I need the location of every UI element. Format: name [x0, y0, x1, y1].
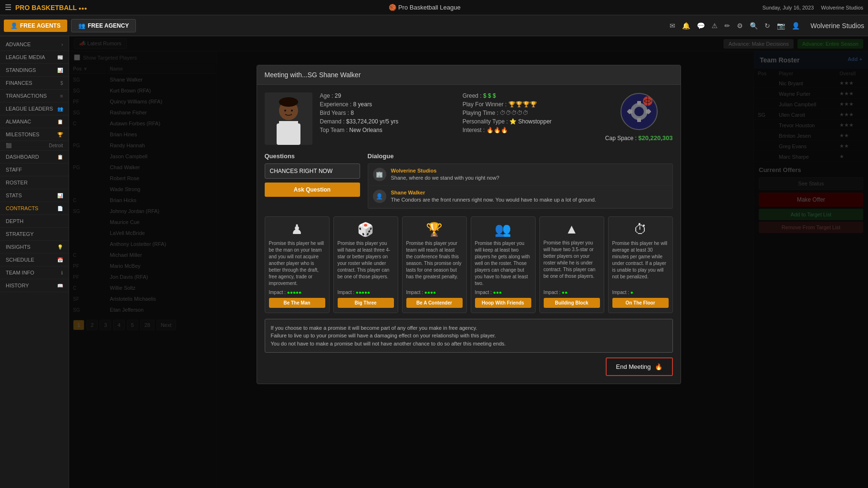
ask-question-btn[interactable]: Ask Question: [265, 183, 360, 197]
player-stats-right: Greed : $ $ $ Play For Winner : 🏆🏆🏆🏆 Pla…: [463, 92, 598, 135]
promise-icon-hoop-with-friends: 👥: [475, 222, 531, 237]
dialogue-entry-0: 🏢 Wolverine Studios Shane, where do we s…: [368, 164, 672, 186]
sidebar-item-standings[interactable]: STANDINGS 📊: [0, 64, 69, 77]
promise-btn-be-the-man[interactable]: Be The Man: [269, 298, 325, 308]
league-icon: 👥: [57, 106, 63, 112]
free-agency-btn[interactable]: 👥 FREE AGENCY: [71, 19, 136, 32]
dialogue-content-1: Shane Walker The Condors are the front r…: [391, 190, 597, 203]
svg-rect-3: [279, 121, 298, 145]
chevron-icon: ›: [62, 42, 63, 47]
sidebar-item-schedule[interactable]: SCHEDULE 📅: [0, 254, 69, 266]
promise-btn-big-three[interactable]: Big Three: [338, 298, 394, 308]
top-bar: ☰ PRO BASKETBALL ●●● 🏀 Pro Basketball Le…: [0, 0, 868, 15]
search-icon[interactable]: 🔍: [750, 22, 758, 30]
impact-row-hoop-with-friends: Impact : ●●●: [475, 290, 531, 295]
sidebar-item-milestones[interactable]: MILESTONES 🏆: [0, 128, 69, 141]
player-info-section: Age : 29 Experience : 8 years Bird Years…: [265, 92, 673, 145]
team-logo-section: Cap Space : $20,220,303: [605, 92, 673, 142]
sidebar: ADVANCE › LEAGUE MEDIA 📰 STANDINGS 📊 FIN…: [0, 36, 69, 488]
promise-icon-on-the-floor: ⏱: [612, 222, 669, 237]
free-agents-icon: 👤: [10, 22, 18, 29]
sidebar-item-contracts[interactable]: CONTRACTS 📄: [0, 202, 69, 215]
notification-icon[interactable]: 🔔: [682, 22, 690, 30]
dashboard-icon: 📋: [57, 154, 63, 160]
settings-icon[interactable]: ⚙: [737, 22, 743, 30]
impact-row-be-the-man: Impact : ●●●●●: [269, 290, 325, 295]
info-icon: ℹ: [61, 270, 63, 275]
sidebar-item-history[interactable]: HISTORY 📖: [0, 279, 69, 292]
sidebar-item-team-info[interactable]: TEAM INFO ℹ: [0, 266, 69, 279]
svg-point-4: [279, 97, 298, 107]
end-meeting-btn[interactable]: End Meeting 🔥: [606, 357, 673, 376]
promise-btn-be-a-contender[interactable]: Be A Contender: [406, 298, 463, 308]
cap-space: Cap Space : $20,220,303: [605, 134, 673, 142]
nav-icons: ✉ 🔔 💬 ⚠ ✏ ⚙ 🔍 ↻ 📷 👤 Wolverine Studios: [670, 22, 864, 30]
free-agents-btn[interactable]: 👤 FREE AGENTS: [4, 20, 67, 32]
promise-card-on-the-floor: ⏱ Promise this player he will average at…: [608, 216, 673, 313]
top-bar-left: ☰ PRO BASKETBALL ●●●: [5, 3, 87, 12]
modal-body: Age : 29 Experience : 8 years Bird Years…: [257, 85, 681, 384]
promise-card-be-a-contender: 🏆 Promise this player your team will rea…: [402, 216, 467, 313]
sidebar-item-finances[interactable]: FINANCES $: [0, 77, 69, 90]
dialogue-box: 🏢 Wolverine Studios Shane, where do we s…: [368, 163, 673, 209]
impact-row-big-three: Impact : ●●●●●: [338, 290, 394, 295]
promise-btn-building-block[interactable]: Building Block: [544, 298, 600, 308]
sidebar-item-insights[interactable]: INSIGHTS 💡: [0, 241, 69, 254]
promise-cards-section: ♟ Promise this player he will be the man…: [265, 216, 673, 313]
camera-icon[interactable]: 📷: [777, 22, 785, 30]
modal-header: Meeting with...SG Shane Walker: [257, 65, 681, 85]
svg-point-9: [634, 107, 644, 116]
user-icon[interactable]: 👤: [792, 22, 800, 30]
sidebar-item-transactions[interactable]: TRANSACTIONS ≡: [0, 90, 69, 102]
contracts-icon: 📄: [57, 206, 63, 211]
sidebar-item-detroit[interactable]: ⬛ Detroit: [0, 141, 69, 151]
svg-rect-11: [637, 118, 641, 122]
svg-rect-10: [637, 101, 641, 105]
sidebar-item-league-media[interactable]: LEAGUE MEDIA 📰: [0, 51, 69, 64]
alert-icon[interactable]: ⚠: [712, 22, 718, 30]
sidebar-item-strategy[interactable]: STRATEGY: [0, 228, 69, 241]
sidebar-item-advance[interactable]: ADVANCE ›: [0, 38, 69, 51]
refresh-icon[interactable]: ↻: [765, 22, 770, 30]
free-agency-icon: 👥: [78, 22, 85, 29]
promise-text-on-the-floor: Promise this player he will average at l…: [612, 240, 669, 287]
promise-card-building-block: ▲ Promise this player you will have two …: [539, 216, 604, 313]
team-logo: [620, 92, 658, 131]
standings-icon: 📊: [57, 68, 63, 73]
stats-icon: 📊: [57, 193, 63, 198]
top-bar-center: 🏀 Pro Basketball League: [389, 4, 460, 11]
edit-icon[interactable]: ✏: [724, 22, 730, 30]
dialogue-avatar-player: 👤: [373, 190, 386, 203]
promise-btn-on-the-floor[interactable]: On The Floor: [612, 298, 669, 308]
insights-icon: 💡: [57, 244, 63, 250]
promise-card-big-three: 🎲 Promise this player you will have at l…: [333, 216, 398, 313]
sidebar-item-stats[interactable]: STATS 📊: [0, 189, 69, 202]
sidebar-item-roster[interactable]: ROSTER: [0, 176, 69, 189]
question-select[interactable]: CHANCES RIGHT NOW CONTRACT DEMANDS TOP T…: [265, 163, 360, 179]
impact-row-on-the-floor: Impact : ●: [612, 290, 669, 295]
player-stats-left: Age : 29 Experience : 8 years Bird Years…: [320, 92, 455, 135]
promise-text-be-the-man: Promise this player he will be the man o…: [269, 240, 325, 287]
sidebar-item-depth[interactable]: DEPTH: [0, 215, 69, 228]
sidebar-item-staff[interactable]: STAFF: [0, 163, 69, 176]
dialogue-content-0: Wolverine Studios Shane, where do we sta…: [391, 168, 499, 182]
app-logo: PRO BASKETBALL ●●●: [15, 4, 87, 11]
promise-btn-hoop-with-friends[interactable]: Hoop With Friends: [475, 298, 531, 308]
sidebar-item-league-leaders[interactable]: LEAGUE LEADERS 👥: [0, 102, 69, 115]
sidebar-item-almanac[interactable]: ALMANAC 📋: [0, 115, 69, 128]
promise-text-big-three: Promise this player you will have at lea…: [338, 240, 394, 287]
modal-overlay: Meeting with...SG Shane Walker: [69, 36, 868, 488]
impact-row-be-a-contender: Impact : ●●●●: [406, 290, 463, 295]
svg-point-6: [291, 110, 293, 112]
promise-text-building-block: Promise this player you will have two 3.…: [544, 240, 600, 287]
menu-icon[interactable]: ☰: [5, 3, 11, 12]
promise-icon-building-block: ▲: [544, 222, 600, 237]
mail-icon[interactable]: ✉: [670, 22, 675, 30]
chat-icon[interactable]: 💬: [697, 22, 705, 30]
svg-point-5: [284, 110, 286, 112]
sidebar-item-dashboard[interactable]: DASHBOARD 📋: [0, 151, 69, 163]
schedule-icon: 📅: [57, 257, 63, 263]
almanac-icon: 📋: [57, 119, 63, 124]
end-meeting-row: End Meeting 🔥: [265, 357, 673, 376]
main-layout: ADVANCE › LEAGUE MEDIA 📰 STANDINGS 📊 FIN…: [0, 36, 868, 488]
